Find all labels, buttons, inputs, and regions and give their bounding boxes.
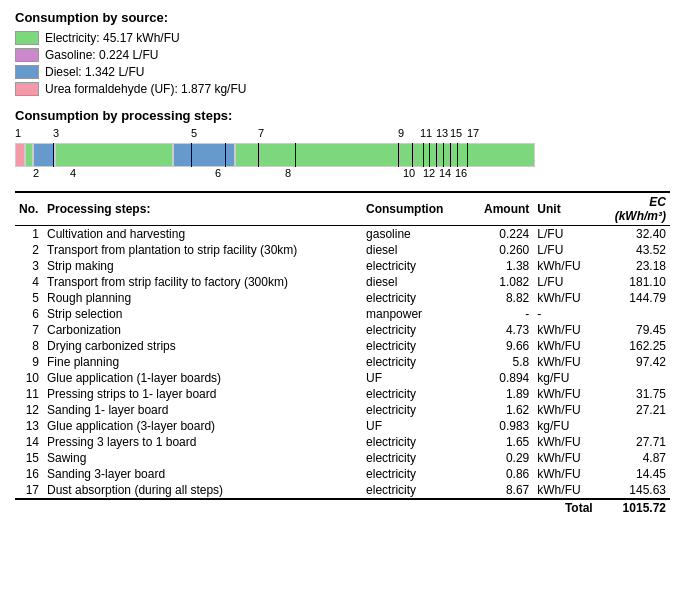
col-ec: EC(kWh/m³) [597,192,670,226]
label-top-13: 13 [436,127,448,139]
cell-no: 12 [15,402,43,418]
total-empty-2 [43,499,362,516]
cell-step: Cultivation and harvesting [43,226,362,243]
bar-elec-3 [235,143,535,167]
cell-step: Carbonization [43,322,362,338]
cell-ec: 31.75 [597,386,670,402]
table-row: 6 Strip selection manpower - - [15,306,670,322]
label-bot-4: 4 [70,167,76,179]
label-bot-14: 14 [439,167,451,179]
cell-ec: 79.45 [597,322,670,338]
label-top-5: 5 [191,127,197,139]
cell-ec: 4.87 [597,450,670,466]
cell-ec: 27.21 [597,402,670,418]
cell-unit: kWh/FU [533,482,596,499]
table-row: 8 Drying carbonized strips electricity 9… [15,338,670,354]
electricity-color [15,31,39,45]
table-row: 4 Transport from strip facility to facto… [15,274,670,290]
label-bot-16: 16 [455,167,467,179]
cell-consumption: electricity [362,290,467,306]
cell-ec: 27.71 [597,434,670,450]
cell-ec [597,306,670,322]
table-row: 11 Pressing strips to 1- layer board ele… [15,386,670,402]
cell-consumption: UF [362,370,467,386]
table-row: 13 Glue application (3-layer board) UF 0… [15,418,670,434]
cell-amount: 9.66 [467,338,533,354]
cell-consumption: UF [362,418,467,434]
cell-unit: kWh/FU [533,450,596,466]
cell-unit: kWh/FU [533,354,596,370]
cell-no: 7 [15,322,43,338]
source-title: Consumption by source: [15,10,670,25]
table-row: 10 Glue application (1-layer boards) UF … [15,370,670,386]
table-row: 2 Transport from plantation to strip fac… [15,242,670,258]
cell-ec: 145.63 [597,482,670,499]
bar-row [15,143,535,167]
col-amount: Amount [467,192,533,226]
legend-electricity: Electricity: 45.17 kWh/FU [15,31,670,45]
cell-step: Dust absorption (during all steps) [43,482,362,499]
consumption-source-section: Consumption by source: Electricity: 45.1… [15,10,670,96]
cell-no: 9 [15,354,43,370]
cell-step: Pressing 3 layers to 1 board [43,434,362,450]
bar-diesel-2 [173,143,235,167]
cell-amount: 0.894 [467,370,533,386]
cell-ec: 23.18 [597,258,670,274]
cell-unit: kg/FU [533,370,596,386]
label-bot-2: 2 [33,167,39,179]
cell-unit: kWh/FU [533,386,596,402]
cell-amount: 8.67 [467,482,533,499]
table-row: 16 Sanding 3-layer board electricity 0.8… [15,466,670,482]
electricity-label: Electricity: 45.17 kWh/FU [45,31,180,45]
cell-amount: 0.983 [467,418,533,434]
bar-elec-1 [25,143,33,167]
axis-top: 1 3 5 7 9 11 13 15 17 [15,127,535,143]
table-row: 9 Fine planning electricity 5.8 kWh/FU 9… [15,354,670,370]
cell-ec: 32.40 [597,226,670,243]
cell-unit: L/FU [533,226,596,243]
cell-no: 4 [15,274,43,290]
label-bot-6: 6 [215,167,221,179]
label-top-3: 3 [53,127,59,139]
cell-amount: 0.29 [467,450,533,466]
bar-chart [15,143,535,167]
cell-ec [597,418,670,434]
cell-no: 15 [15,450,43,466]
total-empty-1 [15,499,43,516]
table-row: 3 Strip making electricity 1.38 kWh/FU 2… [15,258,670,274]
legend: Electricity: 45.17 kWh/FU Gasoline: 0.22… [15,31,670,96]
consumption-steps-section: Consumption by processing steps: 1 3 5 7… [15,108,670,183]
cell-step: Rough planning [43,290,362,306]
cell-no: 6 [15,306,43,322]
table-row: 17 Dust absorption (during all steps) el… [15,482,670,499]
cell-unit: kWh/FU [533,322,596,338]
total-label: Total [533,499,596,516]
diesel-label: Diesel: 1.342 L/FU [45,65,144,79]
cell-consumption: electricity [362,482,467,499]
cell-consumption: diesel [362,242,467,258]
cell-unit: kWh/FU [533,258,596,274]
cell-consumption: electricity [362,386,467,402]
cell-amount: 0.260 [467,242,533,258]
legend-urea: Urea formaldehyde (UF): 1.877 kg/FU [15,82,670,96]
table-row: 7 Carbonization electricity 4.73 kWh/FU … [15,322,670,338]
cell-unit: kWh/FU [533,338,596,354]
cell-unit: L/FU [533,242,596,258]
col-no: No. [15,192,43,226]
cell-consumption: electricity [362,354,467,370]
col-step: Processing steps: [43,192,362,226]
label-top-17: 17 [467,127,479,139]
cell-amount: 8.82 [467,290,533,306]
cell-ec: 97.42 [597,354,670,370]
cell-step: Pressing strips to 1- layer board [43,386,362,402]
cell-no: 2 [15,242,43,258]
gasoline-label: Gasoline: 0.224 L/FU [45,48,158,62]
cell-consumption: electricity [362,450,467,466]
cell-consumption: electricity [362,434,467,450]
cell-unit: L/FU [533,274,596,290]
cell-amount: 0.224 [467,226,533,243]
cell-amount: 5.8 [467,354,533,370]
label-top-1: 1 [15,127,21,139]
cell-ec [597,370,670,386]
cell-unit: kWh/FU [533,402,596,418]
